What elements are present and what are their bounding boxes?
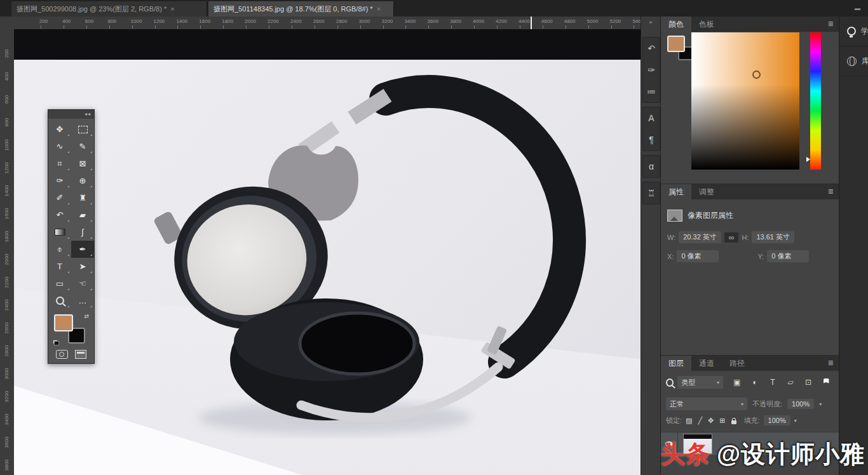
layer-filter-buttons: ▣◐T▱⊡ — [729, 376, 834, 389]
tab-swatches[interactable]: 色板 — [691, 17, 722, 32]
glyphs-panel-icon[interactable]: α — [643, 156, 660, 177]
smudge-tool-icon: ∫ — [81, 227, 84, 237]
edit-toolbar-button[interactable]: … — [71, 292, 94, 309]
ruler-origin-corner[interactable] — [0, 17, 15, 30]
quick-selection-tool[interactable]: ✎ — [71, 138, 94, 155]
eraser-tool[interactable]: ▰ — [71, 206, 94, 224]
ruler-tick-label: 1600 — [199, 18, 210, 24]
tab-color[interactable]: 颜色 — [661, 17, 691, 32]
smart-object-filter-icon[interactable]: ⊡ — [801, 376, 816, 389]
document-tab-title: 摄图网_500299008.jpg @ 23%(图层 2, RGB/8) * — [17, 4, 166, 14]
layer-filter-toggle[interactable] — [818, 376, 834, 389]
foreground-color-swatch[interactable] — [54, 314, 73, 331]
character-panel-icon[interactable]: A — [643, 107, 660, 129]
ruler-tick-label: 3400 — [4, 411, 10, 429]
rectangle-tool[interactable]: ▭ — [48, 275, 71, 292]
link-dimensions-icon[interactable]: ∞ — [724, 232, 739, 243]
default-colors-icon[interactable] — [53, 340, 59, 345]
tab-adjustments[interactable]: 调整 — [691, 184, 722, 199]
foreground-color-chip[interactable] — [667, 36, 685, 52]
close-icon[interactable]: × — [377, 5, 381, 13]
hue-slider-marker[interactable] — [806, 157, 810, 162]
x-value[interactable]: 0 像素 — [677, 250, 719, 262]
lock-image-pixels-icon[interactable]: ╱ — [698, 417, 702, 425]
fill-value[interactable]: 100% — [764, 415, 790, 425]
width-value[interactable]: 20.32 英寸 — [679, 231, 721, 243]
type-layer-filter-icon[interactable]: T — [765, 376, 780, 389]
learn-panel-button[interactable]: 学习 — [839, 17, 868, 46]
layer-filter-kind-select[interactable]: 类型 ▾ — [677, 376, 723, 389]
panel-menu-icon[interactable]: ≣ — [828, 359, 834, 367]
libraries-panel-button[interactable]: 库 — [839, 46, 868, 76]
chevron-down-icon[interactable]: ▾ — [794, 418, 797, 424]
rect-marquee-icon — [78, 126, 88, 133]
expand-panels-icon[interactable]: » — [641, 19, 660, 25]
screen-mode-button[interactable] — [75, 350, 86, 359]
color-field-cursor[interactable] — [752, 70, 761, 79]
height-value[interactable]: 13.61 英寸 — [752, 231, 794, 243]
move-tool[interactable]: ✥ — [48, 121, 71, 138]
tab-properties[interactable]: 属性 — [661, 184, 691, 199]
spot-healing-brush-tool[interactable]: ⊕ — [71, 172, 94, 189]
lock-artboard-icon[interactable]: ⊞ — [719, 417, 725, 425]
clone-stamp-tool[interactable]: ♜ — [71, 189, 94, 206]
tab-channels[interactable]: 通道 — [691, 356, 722, 371]
properties-panel: 属性 调整 ≣ 像素图层属性 W: 20.32 英寸 ∞ H: 13.61 英寸… — [661, 184, 839, 356]
canvas-document[interactable] — [14, 29, 641, 475]
tools-panel: ◂◂ ✥∿✎⌗⊠✑⊕✐♜↶▰∫⌽✒T➤▭☜… ⇄ — [48, 109, 95, 364]
tab-layers[interactable]: 图层 — [661, 356, 691, 371]
shape-layer-filter-icon[interactable]: ▱ — [783, 376, 798, 389]
paragraph-panel-icon[interactable]: ¶ — [643, 129, 660, 151]
panel-menu-icon[interactable]: ≣ — [828, 187, 834, 196]
lock-all-icon[interactable] — [731, 417, 736, 424]
collapse-panels-icon[interactable]: ▬ — [855, 5, 860, 11]
opacity-value[interactable]: 100% — [787, 399, 814, 409]
pixel-layer-filter-icon[interactable]: ▣ — [729, 376, 745, 389]
document-tab-1[interactable]: 摄图网_500299008.jpg @ 23%(图层 2, RGB/8) * × — [11, 1, 207, 17]
smudge-tool[interactable]: ∫ — [71, 224, 94, 241]
dodge-tool[interactable]: ⌽ — [48, 241, 71, 258]
rectangular-marquee-tool[interactable] — [71, 121, 94, 138]
chevron-down-icon[interactable]: ▾ — [819, 401, 822, 407]
brush-tool[interactable]: ✐ — [48, 189, 71, 206]
y-value[interactable]: 0 像素 — [767, 250, 809, 262]
clone-source-panel-icon[interactable]: ♖ — [643, 182, 660, 204]
blend-mode-select[interactable]: 正常 ▾ — [666, 398, 747, 410]
pen-tool[interactable]: ✒ — [71, 241, 94, 258]
lock-transparent-pixels-icon[interactable]: ▨ — [686, 417, 692, 425]
hand-tool[interactable]: ☜ — [71, 275, 94, 292]
brush-tool-icon: ✐ — [57, 193, 64, 203]
path-selection-tool[interactable]: ➤ — [71, 258, 94, 275]
zoom-tool[interactable] — [48, 292, 71, 309]
tools-panel-collapse[interactable]: ◂◂ — [48, 110, 94, 119]
history-panel-icon[interactable]: ↶ — [643, 37, 660, 59]
ruler-cursor-marker — [531, 17, 532, 29]
panel-menu-icon[interactable]: ≣ — [828, 20, 834, 28]
quick-mask-mode-button[interactable] — [56, 350, 68, 359]
document-tab-2[interactable]: 摄图网_501148345.jpg @ 18.7%(图层 0, RGB/8#) … — [208, 1, 394, 17]
lasso-tool[interactable]: ∿ — [48, 138, 71, 155]
frame-tool[interactable]: ⊠ — [71, 155, 94, 172]
eyedropper-tool[interactable]: ✑ — [48, 172, 71, 189]
swap-colors-icon[interactable]: ⇄ — [84, 313, 89, 319]
hue-slider[interactable] — [810, 32, 821, 170]
gradient-tool[interactable] — [48, 224, 71, 241]
rectangle-tool-icon: ▭ — [56, 279, 64, 288]
lock-position-icon[interactable]: ✥ — [708, 417, 714, 425]
horizontal-ruler[interactable]: 2004006008001000120014001600180020002200… — [14, 17, 641, 30]
ruler-tick-label: 2200 — [268, 18, 279, 24]
tab-paths[interactable]: 路径 — [722, 356, 752, 371]
ruler-tick-label: 1400 — [176, 18, 187, 24]
brush-settings-panel-icon[interactable]: ✑ — [643, 59, 660, 81]
ruler-tick-label: 2000 — [245, 18, 256, 24]
saturation-brightness-field[interactable] — [691, 32, 799, 170]
brush-presets-panel-icon[interactable]: ≔ — [643, 81, 660, 102]
eraser-tool-icon: ▰ — [79, 210, 86, 220]
crop-tool[interactable]: ⌗ — [48, 155, 71, 172]
close-icon[interactable]: × — [170, 5, 174, 13]
adjustment-layer-filter-icon[interactable]: ◐ — [747, 376, 763, 389]
history-brush-tool[interactable]: ↶ — [48, 206, 71, 224]
type-tool[interactable]: T — [48, 258, 71, 275]
vertical-ruler[interactable]: 2004006008001000120014001600180020002200… — [0, 29, 15, 475]
color-panel-header: 颜色 色板 ≣ — [661, 17, 839, 32]
